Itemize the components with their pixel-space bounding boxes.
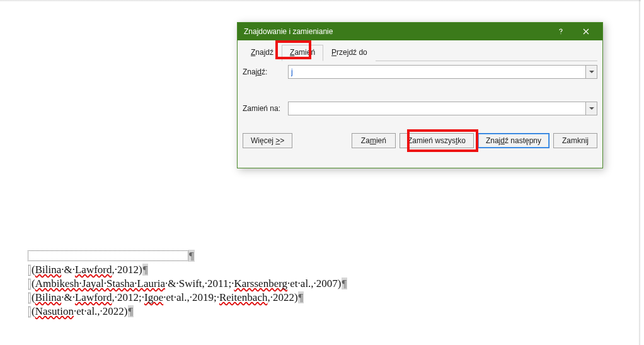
pilcrow-icon: ¶ bbox=[298, 291, 304, 303]
dialog-titlebar: Znajdowanie i zamienianie bbox=[238, 23, 602, 40]
field-start-mark bbox=[28, 307, 31, 317]
find-input[interactable] bbox=[289, 66, 585, 78]
replace-dropdown[interactable] bbox=[585, 102, 597, 115]
replace-row: Zamień na: bbox=[243, 102, 597, 115]
help-button[interactable] bbox=[548, 23, 573, 40]
find-dropdown[interactable] bbox=[585, 66, 597, 78]
dialog-title: Znajdowanie i zamienianie bbox=[244, 27, 548, 36]
tab-find[interactable]: Znajdź bbox=[243, 45, 282, 61]
find-label: Znajdź: bbox=[243, 67, 288, 76]
tab-goto[interactable]: Przejdź do bbox=[323, 45, 376, 61]
tab-replace[interactable]: Zamień bbox=[282, 45, 323, 61]
pilcrow-icon: ¶ bbox=[342, 278, 348, 289]
field-start-mark bbox=[28, 293, 31, 303]
pilcrow-icon: ¶ bbox=[142, 264, 149, 276]
doc-line-4: (Nasution·et·al.,·2022)¶ bbox=[28, 305, 347, 319]
document-content: ¶ (Bilina·&·Lawford,·2012)¶ (Ambikesh·Ja… bbox=[28, 249, 347, 319]
field-start-mark bbox=[28, 265, 31, 276]
more-button[interactable]: Więcej >> bbox=[243, 133, 292, 148]
pilcrow-icon: ¶ bbox=[188, 250, 195, 262]
replace-combo[interactable] bbox=[288, 102, 597, 115]
doc-line-1: (Bilina·&·Lawford,·2012)¶ bbox=[28, 263, 347, 277]
find-replace-dialog: Znajdowanie i zamienianie Znajdź Zamień … bbox=[237, 22, 603, 168]
doc-line-2: (Ambikesh·Jayal·Stasha·Lauria·&·Swift,·2… bbox=[28, 277, 347, 291]
replace-button[interactable]: Zamień bbox=[352, 133, 396, 148]
dialog-buttons: Więcej >> Zamień Zamień wszystko Znajdź … bbox=[243, 133, 597, 148]
doc-line-3: (Bilina·&·Lawford,·2012;·Igoe·et·al.,·20… bbox=[28, 291, 347, 305]
replace-all-button[interactable]: Zamień wszystko bbox=[400, 133, 474, 148]
find-combo[interactable] bbox=[288, 65, 597, 79]
dialog-body: Znajdź Zamień Przejdź do Znajdź: Zamień … bbox=[238, 40, 602, 168]
find-row: Znajdź: bbox=[243, 65, 597, 79]
pilcrow-icon: ¶ bbox=[128, 305, 134, 317]
close-dialog-button[interactable] bbox=[573, 23, 599, 40]
dialog-tabs: Znajdź Zamień Przejdź do bbox=[243, 44, 597, 61]
doc-line-0: ¶ bbox=[28, 249, 347, 263]
field-start-mark bbox=[28, 279, 31, 289]
replace-input[interactable] bbox=[289, 102, 585, 115]
field-placeholder bbox=[28, 250, 188, 261]
close-button[interactable]: Zamknij bbox=[553, 133, 597, 148]
find-next-button[interactable]: Znajdź następny bbox=[478, 133, 549, 148]
replace-label: Zamień na: bbox=[243, 104, 288, 113]
